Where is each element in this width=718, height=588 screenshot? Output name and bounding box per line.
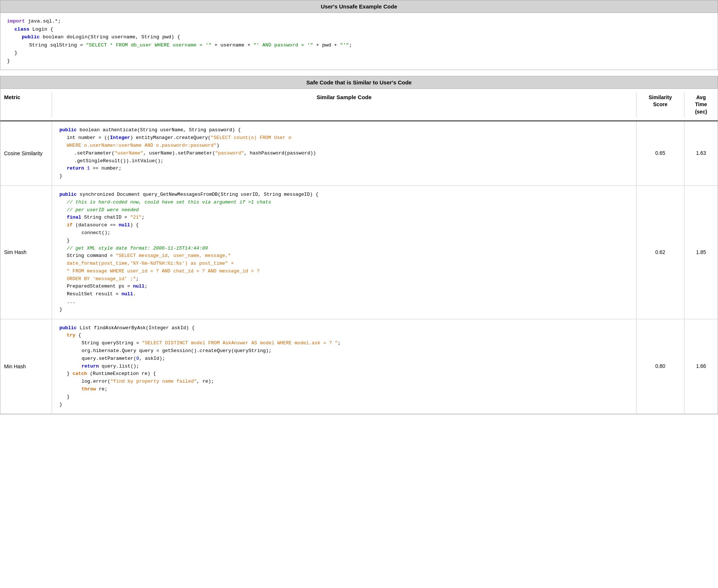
metric-simhash: Sim Hash (0, 186, 52, 319)
code-line-5: } (7, 49, 711, 57)
col-header-avg-time: AvgTime(sec) (684, 92, 718, 118)
code-line-3: public boolean doLogin(String username, … (7, 33, 711, 41)
score-simhash: 0.62 (636, 186, 684, 319)
table-row: Sim Hash public synchronized Document qu… (0, 186, 718, 319)
score-cosine: 0.65 (636, 121, 684, 185)
unsafe-header-title: User's Unsafe Example Code (321, 3, 397, 10)
metric-cosine: Cosine Similarity (0, 121, 52, 185)
code-cosine: public boolean authenticate(String userN… (52, 121, 636, 185)
table-row: Min Hash public List findAskAnswerByAsk(… (0, 319, 718, 414)
table-header: Metric Similar Sample Code SimilaritySco… (0, 89, 718, 122)
time-cosine: 1.63 (684, 121, 718, 185)
time-simhash: 1.85 (684, 186, 718, 319)
score-minhash: 0.80 (636, 319, 684, 414)
col-header-similarity-score: SimilarityScore (636, 92, 684, 118)
safe-header-title: Safe Code that is Similar to User's Code (306, 79, 411, 86)
code-line-4: String sqlString = "SELECT * FROM db_use… (7, 41, 711, 49)
code-line-2: class Login { (7, 25, 711, 34)
code-simhash: public synchronized Document query_GetNe… (52, 186, 636, 319)
col-header-similar-code: Similar Sample Code (52, 92, 636, 118)
comparison-table: Metric Similar Sample Code SimilaritySco… (0, 89, 718, 415)
safe-code-header: Safe Code that is Similar to User's Code (0, 76, 718, 89)
unsafe-code-header: User's Unsafe Example Code (0, 0, 718, 13)
code-line-6: } (7, 57, 711, 65)
code-minhash: public List findAskAnswerByAsk(Integer a… (52, 319, 636, 414)
unsafe-code-block: import java.sql.*; class Login { public … (0, 13, 718, 70)
page-wrapper: User's Unsafe Example Code import java.s… (0, 0, 718, 588)
table-row: Cosine Similarity public boolean authent… (0, 121, 718, 186)
time-minhash: 1.66 (684, 319, 718, 414)
metric-minhash: Min Hash (0, 319, 52, 414)
code-line-1: import java.sql.*; (7, 17, 711, 25)
col-header-metric: Metric (0, 92, 52, 118)
